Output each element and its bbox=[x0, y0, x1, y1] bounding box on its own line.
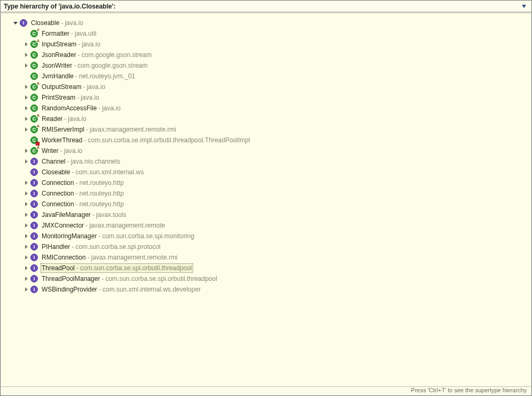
tree-node[interactable]: IConnection-net.routeyo.http bbox=[1, 199, 531, 209]
tree-node[interactable]: CFFormatter-java.util bbox=[1, 28, 531, 39]
interface-icon: I bbox=[30, 264, 38, 272]
expand-arrow[interactable] bbox=[22, 264, 30, 272]
tree-node[interactable]: CWorkerThread-com.sun.corba.se.impl.orbu… bbox=[1, 135, 531, 146]
tree-node-label: Connection-net.routeyo.http bbox=[41, 189, 125, 198]
package-name: java.io bbox=[102, 104, 121, 112]
expand-arrow[interactable] bbox=[22, 158, 30, 165]
tree-node-label: Connection-net.routeyo.http bbox=[41, 178, 125, 188]
package-name: net.routeyo.http bbox=[80, 179, 124, 187]
package-name: java.io bbox=[68, 115, 86, 123]
type-name: JvmHandle bbox=[42, 72, 74, 80]
tree-node[interactable]: IConnection-net.routeyo.http bbox=[1, 177, 531, 188]
status-hint: Press 'Ctrl+T' to see the supertype hier… bbox=[1, 386, 531, 395]
interface-icon: I bbox=[30, 200, 38, 208]
class-icon: C bbox=[30, 93, 38, 102]
expand-arrow[interactable] bbox=[22, 211, 30, 219]
expand-arrow[interactable] bbox=[22, 126, 30, 133]
package-name: com.sun.xml.internal.ws.developer bbox=[102, 286, 201, 293]
package-name: javax.management.remote.rmi bbox=[91, 254, 178, 261]
tree-node-label: PrintStream-java.io bbox=[41, 93, 100, 102]
tree-node-label: WorkerThread-com.sun.corba.se.impl.orbut… bbox=[41, 135, 251, 145]
tree-node-label: Closeable-java.io bbox=[30, 18, 84, 28]
expand-arrow[interactable] bbox=[22, 147, 30, 155]
expand-arrow[interactable] bbox=[22, 115, 30, 123]
tree-node[interactable]: IThreadPoolManager-com.sun.corba.se.spi.… bbox=[1, 273, 531, 284]
expand-arrow[interactable] bbox=[22, 62, 30, 69]
tree-node[interactable]: IJMXConnector-javax.management.remote bbox=[1, 220, 531, 231]
type-name: JMXConnector bbox=[42, 222, 84, 229]
tree-node-label: JsonWriter-com.google.gson.stream bbox=[41, 61, 149, 70]
tree-node[interactable]: IPIHandler-com.sun.corba.se.spi.protocol bbox=[1, 241, 531, 252]
tree-node[interactable]: IMonitoringManager-com.sun.corba.se.spi.… bbox=[1, 231, 531, 241]
type-name: Closeable bbox=[42, 168, 70, 176]
tree-node[interactable]: CARMIServerImpl-javax.management.remote.… bbox=[1, 124, 531, 135]
type-name: Connection bbox=[42, 200, 74, 208]
tree-node[interactable]: CRandomAccessFile-java.io bbox=[1, 103, 531, 114]
tree-node[interactable]: CJsonReader-com.google.gson.stream bbox=[1, 50, 531, 60]
package-name: java.io bbox=[81, 94, 99, 101]
class-icon: CA bbox=[30, 83, 38, 91]
type-name: RandomAccessFile bbox=[42, 104, 97, 112]
type-name: PIHandler bbox=[42, 243, 70, 250]
expand-arrow[interactable] bbox=[22, 275, 30, 282]
class-icon: CF bbox=[30, 29, 38, 38]
expand-arrow[interactable] bbox=[22, 51, 30, 59]
type-name: MonitoringManager bbox=[42, 232, 97, 240]
tree-node[interactable]: CAOutputStream-java.io bbox=[1, 82, 531, 92]
expand-arrow[interactable] bbox=[12, 19, 19, 27]
expand-arrow[interactable] bbox=[22, 190, 30, 197]
modifier-badge: A bbox=[36, 114, 40, 117]
tree-node-label: Connection-net.routeyo.http bbox=[41, 199, 125, 209]
interface-icon: I bbox=[30, 221, 38, 230]
tree-node[interactable]: CAReader-java.io bbox=[1, 114, 531, 124]
interface-icon: I bbox=[30, 274, 38, 283]
interface-icon: I bbox=[30, 168, 38, 176]
package-name: com.sun.corba.se.spi.orbutil.threadpool bbox=[80, 264, 192, 272]
expand-arrow[interactable] bbox=[22, 94, 30, 101]
tree-node[interactable]: ICloseable-com.sun.xml.internal.ws bbox=[1, 167, 531, 177]
tree-node[interactable]: CAInputStream-java.io bbox=[1, 39, 531, 50]
type-hierarchy-tree[interactable]: ICloseable-java.ioCFFormatter-java.utilC… bbox=[1, 13, 531, 386]
tree-node[interactable]: CJvmHandle-net.routeyo.jvm._01 bbox=[1, 71, 531, 82]
error-badge bbox=[36, 142, 39, 146]
expand-arrow[interactable] bbox=[22, 200, 30, 208]
tree-node[interactable]: IChannel-java.nio.channels bbox=[1, 156, 531, 167]
expand-arrow[interactable] bbox=[22, 254, 30, 261]
tree-node[interactable]: ICloseable-java.io bbox=[1, 18, 531, 28]
type-name: ThreadPoolManager bbox=[42, 275, 100, 282]
tree-node-label: Writer-java.io bbox=[41, 146, 83, 156]
class-icon: C bbox=[30, 51, 38, 59]
tree-node-label: JvmHandle-net.routeyo.jvm._01 bbox=[41, 71, 136, 81]
view-menu-dropdown-icon[interactable] bbox=[522, 5, 526, 8]
tree-node[interactable]: CAWriter-java.io bbox=[1, 146, 531, 156]
class-icon: CA bbox=[30, 40, 38, 49]
package-name: com.sun.xml.internal.ws bbox=[75, 168, 144, 176]
interface-icon: I bbox=[30, 285, 38, 294]
interface-icon: I bbox=[30, 243, 38, 251]
tree-node-label: Formatter-java.util bbox=[41, 29, 98, 38]
type-name: Connection bbox=[42, 179, 74, 187]
tree-node[interactable]: IRMIConnection-javax.management.remote.r… bbox=[1, 252, 531, 263]
tree-node-label: Channel-java.nio.channels bbox=[41, 157, 121, 166]
expand-arrow[interactable] bbox=[22, 243, 30, 250]
expand-arrow[interactable] bbox=[22, 83, 30, 91]
expand-arrow[interactable] bbox=[22, 179, 30, 187]
expand-arrow[interactable] bbox=[22, 222, 30, 229]
type-name: OutputStream bbox=[42, 83, 82, 91]
tree-node[interactable]: IConnection-net.routeyo.http bbox=[1, 188, 531, 199]
expand-arrow[interactable] bbox=[22, 41, 30, 48]
tree-node[interactable]: CPrintStream-java.io bbox=[1, 92, 531, 103]
expand-arrow[interactable] bbox=[22, 286, 30, 293]
interface-icon: I bbox=[30, 253, 38, 262]
tree-node[interactable]: CJsonWriter-com.google.gson.stream bbox=[1, 60, 531, 71]
tree-node[interactable]: IThreadPool-com.sun.corba.se.spi.orbutil… bbox=[1, 263, 531, 273]
type-name: ThreadPool bbox=[42, 264, 75, 272]
tree-node[interactable]: IWSBindingProvider-com.sun.xml.internal.… bbox=[1, 284, 531, 295]
modifier-badge: F bbox=[37, 28, 40, 32]
expand-arrow[interactable] bbox=[22, 232, 30, 240]
expand-arrow[interactable] bbox=[22, 104, 30, 112]
class-icon: C bbox=[30, 61, 38, 70]
tree-node[interactable]: IJavaFileManager-javax.tools bbox=[1, 209, 531, 220]
type-name: Reader bbox=[42, 115, 62, 123]
tree-node-label: RandomAccessFile-java.io bbox=[41, 103, 122, 113]
